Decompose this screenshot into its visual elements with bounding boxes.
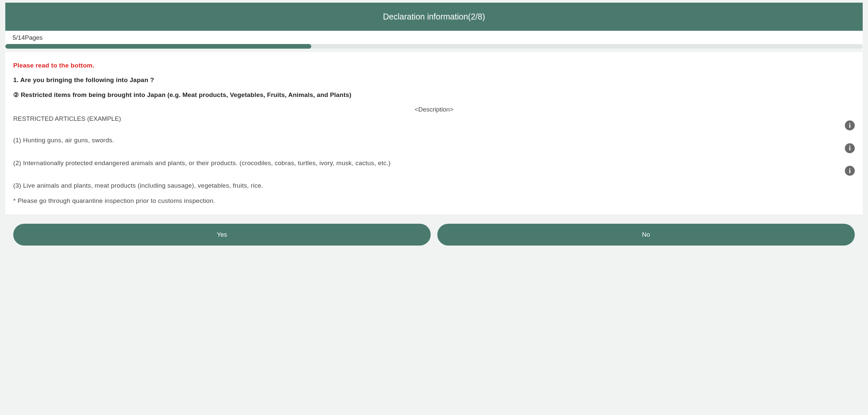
question-line-2: ② Restricted items from being brought in…	[13, 91, 855, 99]
content-card: Please read to the bottom. 1. Are you br…	[5, 52, 863, 214]
restricted-item: i (2) Internationally protected endanger…	[13, 158, 855, 168]
info-icon[interactable]: i	[845, 166, 855, 176]
restricted-item-text: (3) Live animals and plants, meat produc…	[13, 181, 855, 190]
question-line-1: 1. Are you bringing the following into J…	[13, 77, 855, 84]
info-icon[interactable]: i	[845, 143, 855, 153]
restricted-item: i (3) Live animals and plants, meat prod…	[13, 181, 855, 190]
description-label: <Description>	[13, 106, 855, 113]
page-header: Declaration information(2/8)	[5, 3, 863, 31]
page-title: Declaration information(2/8)	[383, 12, 485, 21]
description-title: RESTRICTED ARTICLES (EXAMPLE)	[13, 115, 855, 122]
progress-bar-fill	[5, 44, 311, 49]
no-button[interactable]: No	[437, 224, 855, 245]
info-icon[interactable]: i	[845, 120, 855, 130]
progress-label: 5/14Pages	[5, 34, 863, 44]
restricted-item-text: (1) Hunting guns, air guns, swords.	[13, 136, 855, 145]
button-row: Yes No	[5, 214, 863, 245]
restricted-item-text: (2) Internationally protected endangered…	[13, 158, 855, 168]
quarantine-note: * Please go through quarantine inspectio…	[13, 197, 855, 205]
yes-button[interactable]: Yes	[13, 224, 431, 245]
progress-section: 5/14Pages	[5, 31, 863, 49]
notice-text: Please read to the bottom.	[13, 62, 855, 69]
progress-bar	[5, 44, 863, 49]
restricted-item: i (1) Hunting guns, air guns, swords.	[13, 136, 855, 145]
